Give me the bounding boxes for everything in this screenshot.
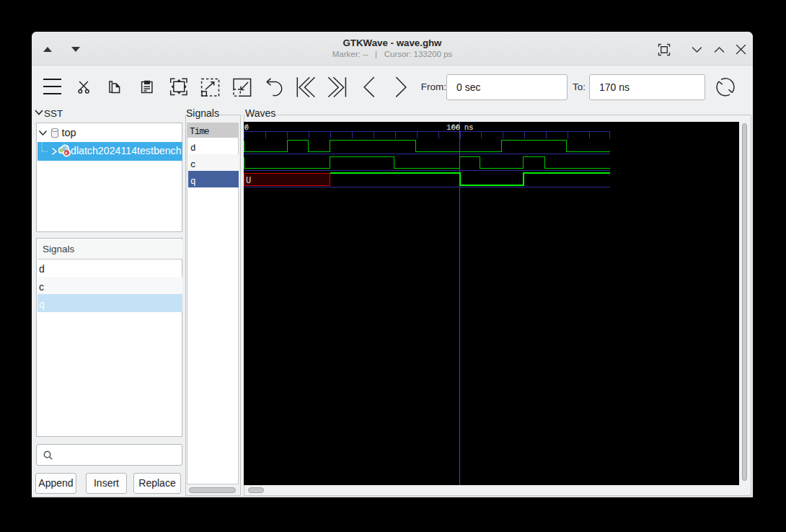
svg-text:100 ns: 100 ns (446, 123, 473, 132)
svg-text:U: U (246, 176, 251, 186)
svg-text:0: 0 (244, 123, 250, 132)
